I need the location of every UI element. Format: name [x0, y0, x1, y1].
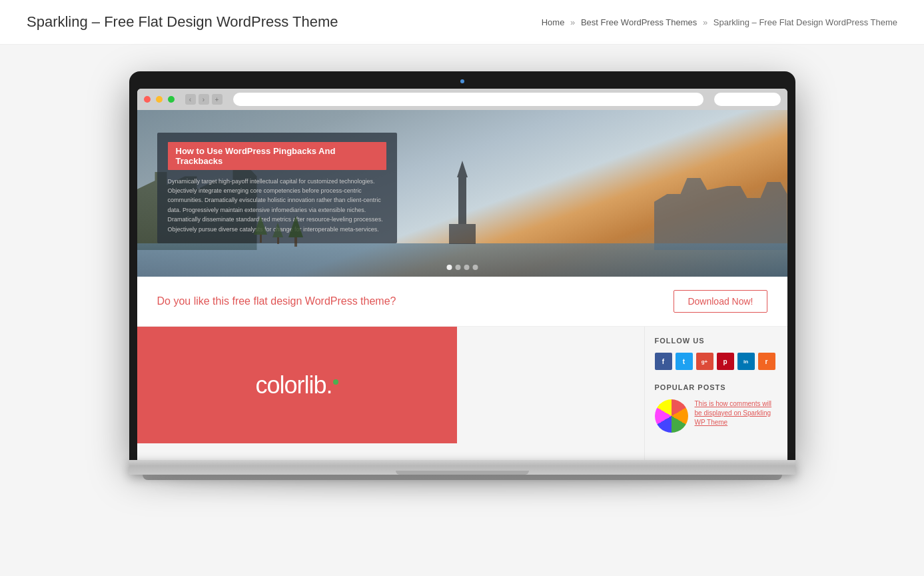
blog-featured-image: colorlib. [137, 327, 457, 443]
popular-post-thumb-image [655, 399, 688, 433]
social-icon-googleplus[interactable]: g+ [696, 353, 713, 370]
breadcrumb-sep1: » [570, 17, 575, 27]
browser-search-bar[interactable] [714, 93, 781, 106]
popular-post-title[interactable]: This is how comments will be displayed o… [695, 400, 772, 426]
laptop-feet [143, 475, 782, 480]
browser-dot-yellow[interactable] [156, 96, 163, 103]
colorlib-logo: colorlib. [255, 371, 338, 399]
breadcrumb-current: Sparkling – Free Flat Design WordPress T… [713, 17, 897, 27]
colorlib-logo-text: colorlib. [255, 371, 332, 399]
download-section: Do you like this free flat design WordPr… [137, 277, 787, 327]
website-content: How to Use WordPress Pingbacks And Track… [137, 110, 787, 460]
trees-area [254, 216, 303, 247]
popular-post-thumbnail [655, 399, 688, 433]
browser-titlebar: ‹ › + [137, 89, 787, 110]
laptop-screen-body: ‹ › + [129, 71, 795, 460]
browser-nav-buttons: ‹ › + [185, 94, 223, 105]
browser-chrome: ‹ › + [137, 89, 787, 460]
laptop-base [129, 460, 795, 475]
popular-post-item: This is how comments will be displayed o… [655, 399, 777, 433]
social-icon-twitter[interactable]: t [676, 353, 693, 370]
page-header: Sparkling – Free Flat Design WordPress T… [0, 0, 924, 45]
browser-new-tab-button[interactable]: + [212, 94, 223, 105]
breadcrumb-sep2: » [703, 17, 707, 27]
sidebar: FOLLOW US f t g+ p in r [644, 327, 787, 460]
popular-posts-label: POPULAR POSTS [655, 383, 777, 391]
slider-dots [446, 265, 478, 270]
page-title: Sparkling – Free Flat Design WordPress T… [27, 13, 338, 31]
water-area [137, 243, 787, 277]
download-now-button[interactable]: Download Now! [674, 290, 767, 313]
laptop-camera [460, 79, 464, 83]
main-content: ‹ › + [0, 45, 924, 507]
slider-dot-1[interactable] [446, 265, 452, 270]
breadcrumb: Home » Best Free WordPress Themes » Spar… [542, 17, 897, 27]
social-icons: f t g+ p in r [655, 353, 777, 370]
breadcrumb-section[interactable]: Best Free WordPress Themes [581, 17, 697, 27]
slider-dot-4[interactable] [472, 265, 478, 270]
colorlib-dot [333, 379, 338, 385]
browser-back-button[interactable]: ‹ [185, 94, 196, 105]
laptop-outer: ‹ › + [129, 71, 795, 480]
browser-dot-green[interactable] [168, 96, 175, 103]
download-cta-text: Do you like this free flat design WordPr… [157, 295, 396, 307]
browser-forward-button[interactable]: › [199, 94, 209, 105]
hero-badge: How to Use WordPress Pingbacks And Track… [168, 142, 386, 170]
popular-post-text: This is how comments will be displayed o… [695, 399, 777, 427]
breadcrumb-home[interactable]: Home [542, 17, 565, 27]
social-icon-pinterest[interactable]: p [717, 353, 734, 370]
social-icon-linkedin[interactable]: in [737, 353, 755, 370]
browser-dot-red[interactable] [144, 96, 151, 103]
slider-dot-3[interactable] [464, 265, 469, 270]
popular-posts-section: POPULAR POSTS This is how comments will … [655, 383, 777, 433]
social-icon-rss[interactable]: r [758, 353, 775, 370]
follow-us-label: FOLLOW US [655, 337, 777, 345]
social-icon-facebook[interactable]: f [655, 353, 672, 370]
hero-slider: How to Use WordPress Pingbacks And Track… [137, 110, 787, 277]
content-section: colorlib. FOLLOW US f t g+ [137, 327, 787, 460]
church-area [449, 161, 476, 247]
slider-dot-2[interactable] [455, 265, 460, 270]
browser-address-bar[interactable] [233, 93, 703, 106]
laptop-wrapper: ‹ › + [129, 71, 795, 480]
main-blog: colorlib. [137, 327, 644, 460]
